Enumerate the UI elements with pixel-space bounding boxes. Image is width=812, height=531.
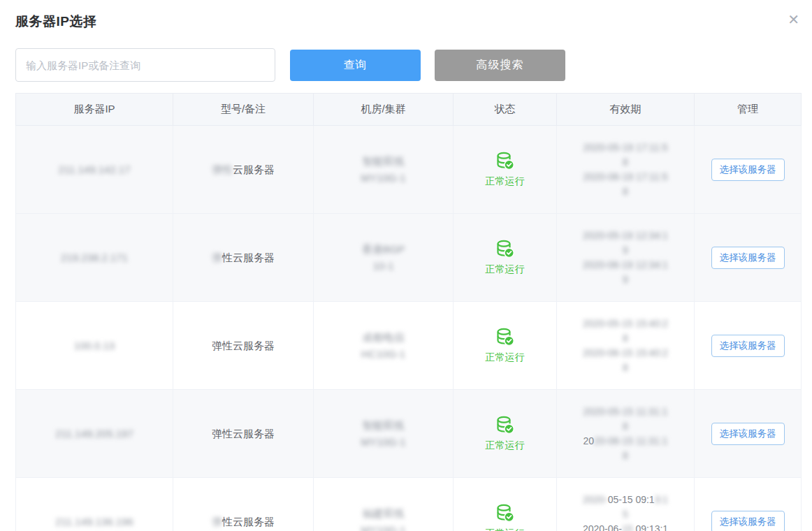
text-segment: 云服务器 [233,163,275,175]
table-row: 211.149.136.196 弹性云服务器 福建双线MY10G-1 [16,478,802,531]
model-value: 弹性云服务器 [173,249,313,266]
text-line: 211.149.142.17 [16,161,173,177]
text-segment: 9 [623,245,628,256]
text-segment: 弹 [212,252,222,263]
text-line: 弹性云服务器 [173,425,313,442]
validity-value: 2020-05-19 17:11:582020-06-19 17:11:58 [557,140,694,199]
cell-validity: 2020-05-15 09:13:152020-06-15 09:13:15 [557,478,695,531]
text-line: 弹性云服务器 [173,514,313,530]
text-segment: 211.149.205.197 [55,428,133,439]
cell-cluster: 智能双线MY10G-1 [314,126,454,214]
text-line: 219.238.2.171 [16,249,173,266]
text-segment: 5 [623,509,628,520]
text-segment: 2020-06-19 17:11:5 [583,171,667,182]
text-segment: 2020-06- [583,523,622,531]
text-line: MY10G-1 [314,170,453,186]
text-segment: 2020-06-19 12:34:1 [583,259,668,270]
select-server-button[interactable]: 选择该服务器 [711,423,785,445]
cell-server-ip: 211.149.136.196 [16,478,173,531]
text-segment: 211.149.142.17 [58,163,130,175]
text-segment: 05-15 09:1 [608,494,655,505]
text-line: 2020-06-15 09:13:1 [557,522,694,531]
validity-value: 2020-05-15 11:31:182020-06-15 11:31:18 [557,405,694,463]
text-line: 5 [557,507,694,522]
text-line: 8 [557,361,694,375]
text-line: 弹性云服务器 [173,337,313,354]
cell-model: 弹性云服务器 [173,478,314,531]
cell-validity: 2020-05-15 11:31:182020-06-15 11:31:18 [557,390,695,478]
column-header-cluster: 机房/集群 [314,94,454,126]
text-line: 2020-06-19 17:11:5 [557,170,694,184]
cell-model: 弹性云服务器 [173,126,314,214]
cell-cluster: 福建双线MY10G-1 [314,478,454,531]
table-row: 219.238.2.171 弹性云服务器 香港BGP10-1 [16,214,802,302]
column-header-manage: 管理 [695,94,802,126]
server-ip-value: 219.238.2.171 [16,249,173,266]
model-value: 弹性云服务器 [173,161,313,177]
query-button[interactable]: 查询 [290,50,421,81]
text-segment: 智能双线 [363,155,405,167]
text-segment: 20 [583,435,594,446]
select-server-button[interactable]: 选择该服务器 [711,247,785,269]
cell-model: 弹性云服务器 [173,302,314,390]
column-header-server-ip: 服务器IP [16,94,173,126]
status-label: 正常运行 [486,175,525,188]
server-ip-value: 211.149.142.17 [16,161,173,177]
text-line: 2020-06-15 11:31:1 [557,434,694,449]
column-header-model: 型号/备注 [173,94,314,126]
cell-validity: 2020-05-19 12:34:192020-06-19 12:34:19 [557,214,695,302]
database-running-icon [495,415,516,436]
search-input[interactable] [15,48,275,82]
server-table-body: 211.149.142.17 弹性云服务器 智能双线MY10G-1 [16,126,802,531]
text-line: 9 [557,243,694,258]
text-line: 智能双线 [314,417,453,433]
cell-cluster: 成都电信HC10G-1 [314,302,454,390]
text-line: 9 [557,272,694,287]
validity-value: 2020-05-19 12:34:192020-06-19 12:34:19 [557,228,694,287]
validity-value: 2020-05-15 09:13:152020-06-15 09:13:15 [557,493,694,531]
text-line: 弹性云服务器 [173,249,313,266]
server-table: 服务器IP 型号/备注 机房/集群 状态 有效期 管理 211.149.142.… [15,93,801,531]
column-header-status: 状态 [454,94,557,126]
server-ip-select-dialog: 服务器IP选择 ✕ 查询 高级搜索 服务器IP 型号/备注 机房/集群 状态 有… [0,0,812,531]
text-line: 香港BGP [314,241,453,257]
select-server-button[interactable]: 选择该服务器 [711,159,785,181]
validity-value: 2020-05-15 15:40:282020-06-15 15:40:28 [557,317,694,375]
text-line: 2020-05-19 17:11:5 [557,140,694,155]
cell-manage: 选择该服务器 [695,390,802,478]
text-line: MY10G-1 [314,434,453,450]
text-line: MY10G-1 [314,522,453,531]
text-line: 成都电信 [314,329,453,345]
advanced-search-button[interactable]: 高级搜索 [435,50,565,81]
text-segment: 成都电信 [363,331,405,343]
database-running-icon [495,151,516,172]
close-icon[interactable]: ✕ [788,13,799,27]
text-segment: HC10G-1 [361,348,405,360]
text-segment: 8 [623,157,628,168]
cell-status: 正常运行 [454,214,557,302]
text-line: 福建双线 [314,505,453,521]
text-line: 8 [557,419,694,434]
text-segment: MY10G-1 [361,172,405,184]
text-line: 2020-05-15 15:40:2 [557,317,694,331]
text-line: 8 [557,331,694,346]
cell-validity: 2020-05-15 15:40:282020-06-15 15:40:28 [557,302,695,390]
text-line: 211.149.136.196 [16,514,173,530]
text-line: 2020-05-15 11:31:1 [557,405,694,419]
model-value: 弹性云服务器 [173,425,313,442]
cell-status: 正常运行 [454,390,557,478]
cell-manage: 选择该服务器 [695,214,802,302]
column-header-validity: 有效期 [557,94,695,126]
text-line: 8 [557,155,694,170]
text-line: 智能双线 [314,153,453,169]
text-line: 弹性云服务器 [173,161,313,177]
text-segment: 20-06-15 11:31:1 [594,435,668,446]
select-server-button[interactable]: 选择该服务器 [711,511,785,531]
page-title: 服务器IP选择 [15,13,96,31]
text-segment: 性云服务器 [222,516,275,528]
cell-cluster: 智能双线MY10G-1 [314,390,454,478]
text-line: 100.0.13 [16,337,173,354]
select-server-button[interactable]: 选择该服务器 [711,335,785,357]
text-segment: 2020-06-15 15:40:2 [583,347,668,358]
text-segment: 211.149.136.196 [55,516,133,528]
